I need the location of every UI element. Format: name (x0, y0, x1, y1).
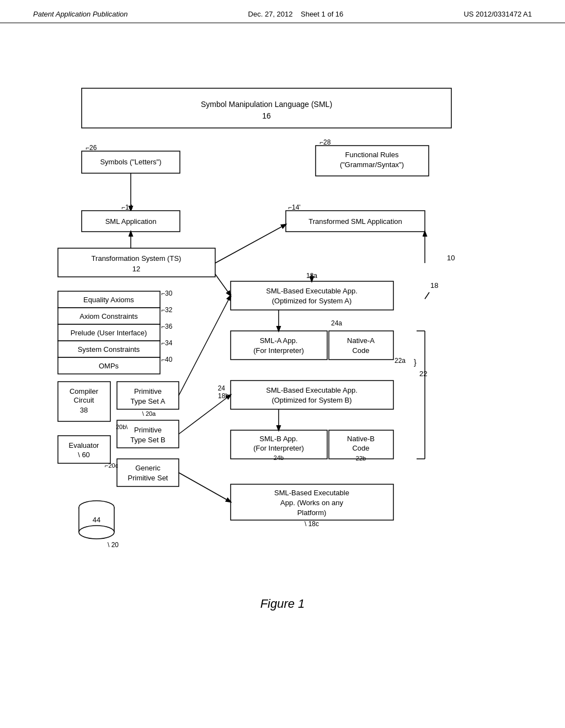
svg-text:Symbol Manipulation Language (: Symbol Manipulation Language (SML) (201, 100, 332, 109)
svg-text:Axiom Constraints: Axiom Constraints (79, 312, 138, 320)
svg-text:}: } (414, 358, 417, 367)
svg-text:⌐26: ⌐26 (86, 144, 97, 152)
svg-rect-33 (58, 341, 160, 357)
svg-text:Circuit: Circuit (74, 396, 94, 404)
svg-text:16: 16 (262, 111, 271, 120)
svg-text:⌐30: ⌐30 (161, 290, 173, 297)
svg-text:Symbols ("Letters"): Symbols ("Letters") (100, 158, 161, 166)
svg-text:⌐14': ⌐14' (288, 204, 301, 211)
svg-text:\ 20a: \ 20a (142, 410, 156, 417)
svg-text:OMPs: OMPs (99, 362, 119, 370)
svg-text:⌐20c: ⌐20c (105, 462, 119, 469)
svg-text:⌐32: ⌐32 (161, 306, 173, 314)
svg-text:12: 12 (132, 265, 140, 273)
svg-text:Native-B: Native-B (347, 435, 375, 443)
svg-rect-74 (329, 331, 393, 360)
svg-text:20b\: 20b\ (116, 424, 128, 430)
svg-text:18: 18 (430, 281, 438, 290)
svg-text:⌐14: ⌐14 (121, 204, 133, 211)
svg-line-23 (215, 224, 286, 263)
header-patent-number: US 2012/0331472 A1 (463, 10, 532, 18)
svg-text:SML Application: SML Application (105, 217, 157, 226)
svg-text:Transformation System (TS): Transformation System (TS) (92, 254, 182, 263)
svg-text:18b: 18b (218, 392, 229, 400)
svg-text:Type Set B: Type Set B (130, 436, 166, 444)
svg-text:\ 20: \ 20 (108, 541, 119, 549)
svg-text:Primitive: Primitive (134, 426, 162, 434)
svg-text:22a: 22a (395, 357, 406, 365)
svg-text:\ 60: \ 60 (78, 451, 90, 459)
svg-text:Prelude (User Interface): Prelude (User Interface) (71, 329, 147, 337)
svg-rect-43 (117, 382, 179, 409)
diagram-area: Symbol Manipulation Language (SML) 16 Sy… (0, 23, 565, 696)
svg-line-106 (215, 274, 231, 296)
page-header: Patent Application Publication Dec. 27, … (0, 0, 565, 23)
svg-point-62 (79, 526, 114, 539)
svg-rect-86 (329, 430, 393, 459)
svg-rect-6 (316, 146, 429, 176)
svg-rect-0 (82, 88, 451, 128)
svg-text:Native-A: Native-A (347, 336, 375, 345)
svg-line-108 (425, 292, 429, 299)
svg-rect-79 (231, 381, 393, 409)
svg-text:Generic: Generic (135, 464, 161, 472)
svg-line-102 (179, 296, 231, 395)
svg-text:App. (Works on any: App. (Works on any (280, 499, 343, 507)
svg-text:SML-Based Executable App.: SML-Based Executable App. (266, 386, 358, 394)
svg-text:System Constraints: System Constraints (78, 345, 140, 354)
svg-text:Compiler: Compiler (70, 387, 99, 395)
svg-text:Equality Axioms: Equality Axioms (83, 296, 134, 304)
svg-text:38: 38 (80, 406, 88, 414)
header-date-sheet: Dec. 27, 2012 Sheet 1 of 16 (248, 10, 344, 18)
svg-rect-70 (231, 331, 327, 360)
svg-text:(Optimized for System A): (Optimized for System A) (272, 297, 351, 305)
svg-rect-54 (117, 459, 179, 486)
svg-text:(For Interpreter): (For Interpreter) (253, 444, 304, 452)
svg-text:⌐34: ⌐34 (161, 339, 173, 347)
svg-text:(For Interpreter): (For Interpreter) (253, 346, 304, 355)
svg-text:Figure 1: Figure 1 (260, 597, 305, 611)
svg-text:Functional Rules: Functional Rules (345, 151, 399, 159)
svg-rect-65 (231, 281, 393, 310)
svg-text:22: 22 (419, 370, 427, 378)
svg-text:Platform): Platform) (297, 508, 327, 517)
svg-text:\ 18c: \ 18c (305, 520, 319, 528)
svg-rect-39 (58, 382, 110, 421)
svg-text:(Optimized for System B): (Optimized for System B) (271, 396, 351, 404)
svg-text:SML-Based Executable App.: SML-Based Executable App. (266, 287, 358, 295)
svg-rect-36 (58, 357, 160, 374)
svg-text:22b: 22b (356, 455, 366, 462)
svg-text:⌐28: ⌐28 (319, 138, 331, 146)
svg-text:⌐36: ⌐36 (161, 323, 173, 330)
svg-text:10: 10 (447, 254, 455, 262)
svg-text:18a: 18a (306, 272, 317, 280)
svg-rect-3 (82, 151, 180, 173)
svg-text:24a: 24a (331, 319, 342, 327)
svg-rect-30 (58, 324, 160, 341)
svg-rect-11 (82, 211, 180, 232)
header-publication: Patent Application Publication (33, 10, 128, 18)
svg-rect-82 (231, 430, 327, 459)
svg-text:24b: 24b (274, 454, 284, 461)
svg-text:Type Set A: Type Set A (131, 397, 166, 405)
svg-text:24: 24 (218, 384, 226, 392)
svg-rect-59 (79, 507, 114, 532)
svg-line-101 (179, 473, 231, 502)
svg-text:Primitive Set: Primitive Set (128, 474, 168, 482)
svg-text:SML-Based Executable: SML-Based Executable (274, 489, 349, 497)
svg-text:Transformed SML Application: Transformed SML Application (308, 217, 402, 226)
svg-rect-90 (231, 484, 393, 520)
svg-text:("Grammar/Syntax"): ("Grammar/Syntax") (340, 160, 404, 169)
svg-rect-24 (58, 291, 160, 308)
svg-rect-27 (58, 308, 160, 324)
svg-rect-14 (286, 211, 425, 232)
svg-rect-47 (58, 436, 110, 463)
svg-text:44: 44 (93, 516, 100, 524)
svg-rect-17 (58, 248, 215, 277)
svg-text:SML-A App.: SML-A App. (260, 336, 298, 345)
diagram-svg: Symbol Manipulation Language (SML) 16 Sy… (0, 23, 565, 696)
svg-text:Code: Code (352, 346, 369, 355)
svg-text:⌐40: ⌐40 (161, 356, 173, 363)
svg-text:Evaluator: Evaluator (69, 441, 100, 449)
svg-point-58 (79, 501, 114, 514)
